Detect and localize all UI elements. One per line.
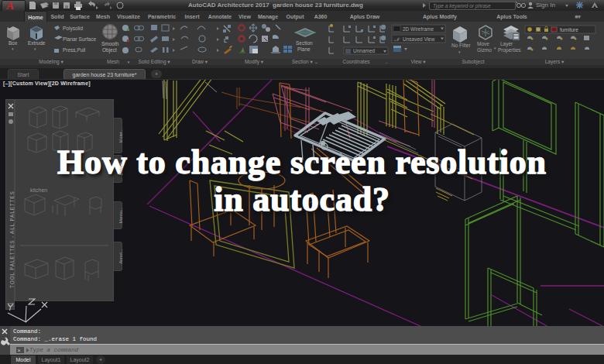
svg-text:▾: ▾ bbox=[458, 50, 461, 54]
svg-text:furniture: furniture bbox=[560, 27, 578, 33]
svg-text:Properties: Properties bbox=[498, 47, 521, 53]
svg-text:Smooth: Smooth bbox=[101, 41, 119, 46]
svg-text:Unnamed: Unnamed bbox=[353, 48, 376, 53]
svg-text:▾: ▾ bbox=[494, 46, 496, 50]
svg-text:▾: ▾ bbox=[12, 46, 14, 51]
svg-text:Box: Box bbox=[9, 40, 18, 46]
svg-text:Details: Details bbox=[118, 162, 123, 175]
svg-text:Gizmo: Gizmo bbox=[477, 47, 492, 53]
svg-text:Extrude: Extrude bbox=[28, 40, 46, 46]
svg-text:×: × bbox=[18, 348, 21, 354]
svg-text:Annot...: Annot... bbox=[118, 249, 123, 263]
svg-text:Mater...: Mater... bbox=[118, 128, 123, 143]
svg-text:Move: Move bbox=[477, 41, 489, 46]
svg-text:L: L bbox=[224, 38, 228, 43]
svg-text:Plane: Plane bbox=[297, 46, 311, 52]
svg-text:Section: Section bbox=[296, 40, 313, 46]
svg-text:Layer: Layer bbox=[500, 41, 513, 47]
svg-text:Planar Surface: Planar Surface bbox=[63, 36, 96, 42]
svg-text:▾: ▾ bbox=[34, 46, 36, 51]
svg-text:Mensu...: Mensu... bbox=[118, 207, 123, 224]
svg-text:Object: Object bbox=[102, 47, 117, 53]
svg-text:Press,Pull: Press,Pull bbox=[63, 47, 86, 53]
svg-text:No Filter: No Filter bbox=[451, 43, 471, 48]
svg-text:2D Wireframe: 2D Wireframe bbox=[403, 26, 434, 32]
svg-text:Polysolid: Polysolid bbox=[63, 26, 83, 32]
svg-text:Unsaved View: Unsaved View bbox=[403, 36, 435, 42]
